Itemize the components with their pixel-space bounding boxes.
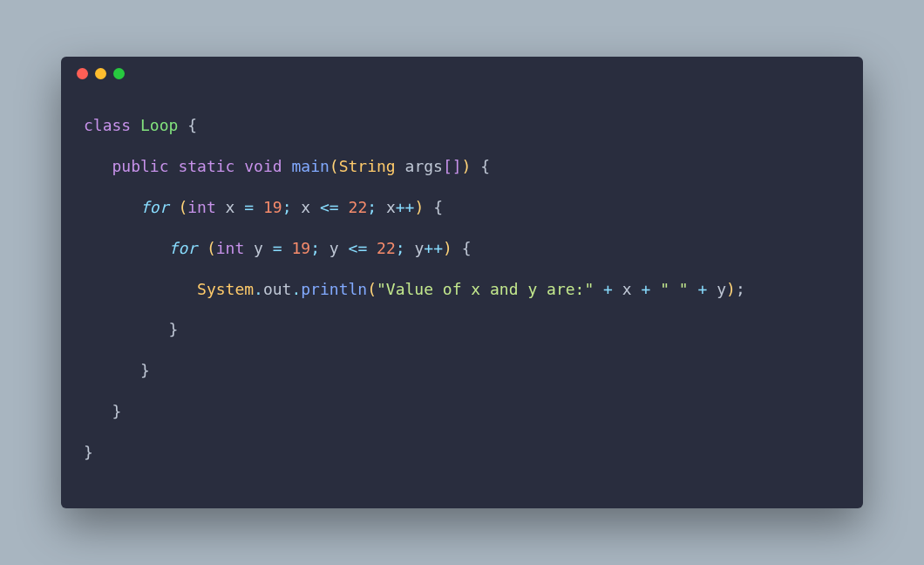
method-main: main <box>291 157 329 175</box>
code-line-2: public static void main(String args[]) { <box>112 157 491 175</box>
keyword-for: for <box>169 239 198 257</box>
op-lte: <= <box>320 198 339 216</box>
brace-close: } <box>169 320 179 338</box>
semicolon-icon: ; <box>367 198 377 216</box>
semicolon-icon: ; <box>736 280 745 298</box>
var-y: y <box>330 239 339 257</box>
string-literal: " " <box>660 280 689 298</box>
var-x: x <box>301 198 310 216</box>
class-name: Loop <box>140 116 178 134</box>
op-assign: = <box>273 239 282 257</box>
var-x: x <box>226 198 235 216</box>
paren-open: ( <box>178 198 187 216</box>
keyword-void: void <box>244 157 282 175</box>
brace-open: { <box>480 157 490 175</box>
brace-open: { <box>433 198 443 216</box>
brackets: [] <box>443 157 462 175</box>
num-literal: 22 <box>377 239 396 257</box>
string-literal: "Value of x and y are:" <box>377 280 594 298</box>
num-literal: 22 <box>349 198 368 216</box>
code-line-1: class Loop { <box>84 116 197 134</box>
var-x: x <box>386 198 396 216</box>
code-window: class Loop { public static void main(Str… <box>61 57 863 507</box>
close-icon[interactable] <box>77 68 88 79</box>
dot-icon: . <box>254 280 263 298</box>
obj-system: System <box>197 280 254 298</box>
var-x: x <box>622 280 632 298</box>
brace-close: } <box>84 443 93 461</box>
keyword-int: int <box>216 239 245 257</box>
var-y: y <box>254 239 263 257</box>
semicolon-icon: ; <box>310 239 320 257</box>
code-line-4: for (int y = 19; y <= 22; y++) { <box>169 239 472 257</box>
brace-close: } <box>140 361 150 379</box>
keyword-static: static <box>178 157 234 175</box>
semicolon-icon: ; <box>282 198 292 216</box>
dot-icon: . <box>291 280 301 298</box>
brace-open: { <box>187 116 197 134</box>
maximize-icon[interactable] <box>113 68 125 79</box>
semicolon-icon: ; <box>396 239 405 257</box>
keyword-public: public <box>112 157 169 175</box>
paren-close: ) <box>462 157 472 175</box>
paren-open: ( <box>367 280 377 298</box>
paren-close: ) <box>726 280 736 298</box>
code-editor[interactable]: class Loop { public static void main(Str… <box>61 90 863 507</box>
brace-open: { <box>462 239 472 257</box>
paren-close: ) <box>443 239 452 257</box>
op-inc: ++ <box>424 239 443 257</box>
var-y: y <box>717 280 726 298</box>
paren-close: ) <box>414 198 424 216</box>
num-literal: 19 <box>263 198 282 216</box>
window-titlebar <box>61 57 863 90</box>
num-literal: 19 <box>291 239 310 257</box>
arg-name: args <box>405 157 443 175</box>
op-assign: = <box>244 198 254 216</box>
code-line-3: for (int x = 19; x <= 22; x++) { <box>140 198 443 216</box>
keyword-class: class <box>84 116 131 134</box>
code-line-5: System.out.println("Value of x and y are… <box>197 280 745 298</box>
op-plus: + <box>603 280 613 298</box>
op-inc: ++ <box>396 198 415 216</box>
var-y: y <box>414 239 424 257</box>
type-string: String <box>339 157 396 175</box>
paren-open: ( <box>330 157 339 175</box>
op-lte: <= <box>349 239 368 257</box>
keyword-int: int <box>187 198 216 216</box>
field-out: out <box>263 280 292 298</box>
paren-open: ( <box>207 239 216 257</box>
op-plus: + <box>641 280 650 298</box>
brace-close: } <box>112 402 122 420</box>
method-println: println <box>301 280 367 298</box>
minimize-icon[interactable] <box>95 68 106 79</box>
keyword-for: for <box>140 198 169 216</box>
op-plus: + <box>698 280 708 298</box>
